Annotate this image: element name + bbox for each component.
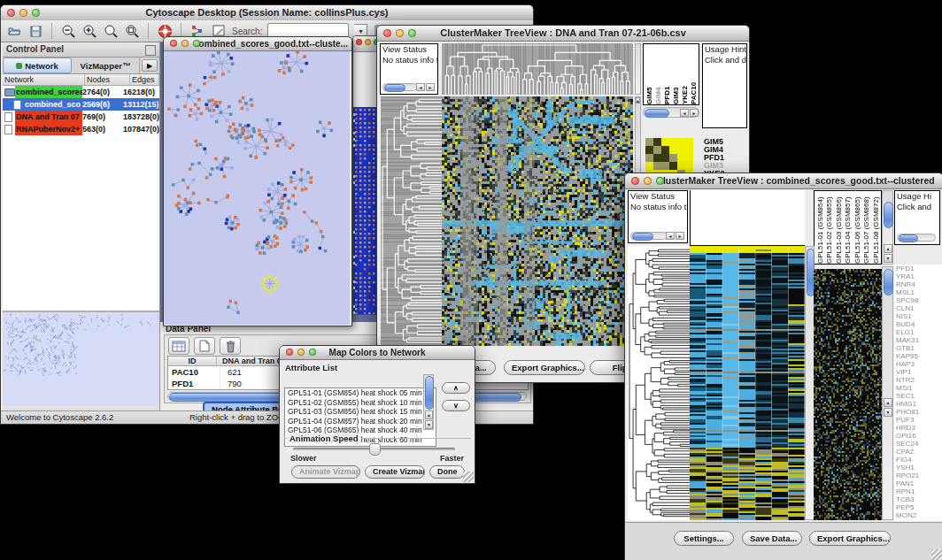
scroll-down-icon[interactable]: ▾ bbox=[884, 408, 892, 417]
tv2-gene-label[interactable]: NIS1 bbox=[896, 312, 942, 320]
tv2-column-label[interactable]: GPL51-01 (GSM854) bbox=[816, 191, 825, 264]
scroll-up-icon[interactable]: ▴ bbox=[884, 244, 892, 253]
done-button[interactable]: Done bbox=[429, 465, 465, 479]
attribute-list-item[interactable]: GPL51-01 (GSM854) heat shock 05 min bbox=[285, 388, 436, 398]
attribute-list-item[interactable]: GPL51-04 (GSM857) heat shock 20 min bbox=[285, 417, 436, 426]
tv1-row-dendrogram[interactable] bbox=[381, 96, 442, 346]
close-icon[interactable] bbox=[383, 29, 391, 37]
minimize-icon[interactable] bbox=[644, 177, 652, 185]
tv2-gene-label[interactable]: CPA2 bbox=[896, 448, 942, 456]
scroll-right-icon[interactable]: ▸ bbox=[676, 232, 684, 240]
tv2-gene-label[interactable]: YRA1 bbox=[896, 272, 942, 280]
tv2-row-dendrogram[interactable] bbox=[628, 246, 690, 520]
tv2-gene-label[interactable]: HAP3 bbox=[896, 360, 942, 368]
tv1-column-label[interactable]: GIM5 bbox=[645, 44, 654, 104]
tv2-gene-label[interactable]: PAN1 bbox=[896, 479, 942, 487]
move-down-button[interactable]: ∨ bbox=[442, 400, 470, 411]
attribute-list-item[interactable]: GPL51-03 (GSM856) heat shock 15 min bbox=[285, 407, 436, 417]
scroll-left-icon[interactable]: ◂ bbox=[416, 83, 425, 91]
float-panel-icon[interactable] bbox=[145, 45, 156, 56]
tv1-column-dendrogram[interactable] bbox=[442, 43, 633, 95]
tv2-gene-label[interactable]: MSI1 bbox=[896, 384, 942, 392]
scroll-left-icon[interactable]: ◂ bbox=[680, 109, 689, 117]
tv2-gene-label[interactable]: FIG4 bbox=[896, 456, 942, 464]
delete-attribute-trash-icon[interactable] bbox=[220, 337, 241, 355]
tv2-gene-label[interactable]: RNR4 bbox=[896, 280, 942, 288]
tv2-gene-label[interactable]: GTB1 bbox=[896, 344, 942, 352]
tv2-gene-label[interactable]: SEC24 bbox=[896, 440, 942, 448]
birdseye-view-canvas[interactable] bbox=[3, 312, 159, 406]
tv2-gene-vscrollbar[interactable]: ▴ ▾ bbox=[882, 266, 893, 520]
close-icon[interactable] bbox=[170, 40, 177, 47]
treeview2-button[interactable]: Export Graphics... bbox=[809, 531, 891, 546]
zoom-in-icon[interactable] bbox=[81, 23, 97, 39]
tv2-column-label[interactable]: GPL51-03 (GSM856) bbox=[835, 191, 844, 264]
tv2-gene-label[interactable]: MSL1 bbox=[896, 288, 942, 296]
attribute-list-scrollbar[interactable]: ▴ ▾ bbox=[423, 374, 434, 430]
tv2-gene-label[interactable]: RPO21 bbox=[896, 472, 942, 479]
scroll-right-icon[interactable]: ▸ bbox=[690, 109, 699, 117]
slider-thumb-icon[interactable] bbox=[369, 443, 381, 456]
tv1-labels-hscrollbar[interactable]: ◂ ▸ bbox=[643, 107, 699, 118]
scroll-down-icon[interactable]: ▾ bbox=[884, 254, 892, 263]
close-icon[interactable] bbox=[7, 9, 15, 17]
tv2-gene-label[interactable]: HMG1 bbox=[896, 400, 942, 408]
tv2-gene-label[interactable]: PHO81 bbox=[896, 408, 942, 416]
close-icon[interactable] bbox=[631, 177, 639, 185]
treeview2-button[interactable]: Settings... bbox=[674, 531, 734, 546]
tv2-gene-label[interactable]: MAK31 bbox=[896, 336, 942, 344]
tv2-gene-label[interactable]: SEC1 bbox=[896, 392, 942, 400]
minimize-icon[interactable] bbox=[19, 9, 27, 17]
scroll-up-icon[interactable]: ▴ bbox=[636, 97, 640, 104]
new-attribute-icon[interactable] bbox=[194, 337, 215, 355]
minimize-icon[interactable] bbox=[365, 39, 371, 45]
scroll-up-icon[interactable]: ▴ bbox=[425, 410, 433, 419]
tv2-column-label[interactable]: GPL51-04 (GSM857) bbox=[844, 191, 853, 264]
tab-overflow-icon[interactable]: ▶ bbox=[142, 59, 158, 72]
tv1-status-scrollbar[interactable] bbox=[382, 83, 418, 91]
network-table-row[interactable]: DNA and Tran 07 769(0) 183728(0) bbox=[3, 111, 159, 123]
resize-grip[interactable] bbox=[931, 549, 942, 560]
zoom-fit-icon[interactable] bbox=[103, 23, 119, 39]
attribute-list-item[interactable]: GPL51-02 (GSM855) heat shock 10 min bbox=[285, 398, 436, 408]
tv1-column-label[interactable]: PFD1 bbox=[663, 44, 672, 104]
attribute-select-icon[interactable] bbox=[168, 337, 189, 355]
tv2-gene-label[interactable]: PEP5 bbox=[896, 503, 942, 511]
animate-vizmap-button[interactable]: Animate Vizmap bbox=[291, 465, 360, 479]
scroll-up-icon[interactable]: ▴ bbox=[884, 398, 892, 407]
zoom-window-icon[interactable] bbox=[193, 40, 200, 47]
treeview1-button[interactable]: Export Graphics... bbox=[504, 360, 585, 375]
birdseye-panel[interactable] bbox=[3, 312, 159, 406]
tv2-gene-label[interactable]: BUD4 bbox=[896, 320, 942, 328]
tv2-status-scrollbar[interactable] bbox=[630, 232, 668, 240]
close-icon[interactable] bbox=[356, 39, 362, 45]
zoom-window-icon[interactable] bbox=[32, 9, 40, 17]
tv2-gene-label[interactable]: MON2 bbox=[896, 511, 942, 519]
zoom-out-icon[interactable] bbox=[60, 23, 76, 39]
tv2-heatmap[interactable] bbox=[690, 246, 805, 520]
treeview2-button[interactable]: Save Data... bbox=[742, 531, 802, 546]
tv2-gene-label[interactable]: TCB3 bbox=[896, 495, 942, 503]
tv1-heatmap[interactable] bbox=[442, 96, 633, 346]
tv2-gene-label[interactable]: CLN1 bbox=[896, 304, 942, 312]
tv2-column-label[interactable]: GPL51-07 (GSM868) bbox=[862, 191, 871, 264]
minimize-icon[interactable] bbox=[297, 349, 305, 356]
tv2-gene-label[interactable]: YSH1 bbox=[896, 464, 942, 472]
resize-grip[interactable] bbox=[463, 472, 474, 482]
zoom-window-icon[interactable] bbox=[309, 349, 316, 356]
scroll-right-icon[interactable]: ▸ bbox=[426, 83, 435, 91]
tv2-column-dendrogram-area[interactable] bbox=[690, 190, 805, 246]
network-table-row[interactable]: RNAPuberNov2+ 563(0) 107847(0) bbox=[3, 123, 159, 135]
network-graph-canvas[interactable] bbox=[164, 51, 350, 325]
tv2-gene-label[interactable]: HRD3 bbox=[896, 424, 942, 432]
tv2-gene-label[interactable]: PFD1 bbox=[896, 265, 942, 272]
tv2-column-label[interactable]: GPL51-08 (GSM872) bbox=[872, 191, 881, 264]
tv1-thin-vscroll-top[interactable] bbox=[635, 43, 641, 95]
tv2-gene-label[interactable]: ELG1 bbox=[896, 328, 942, 336]
tv2-gene-label[interactable]: NTR2 bbox=[896, 376, 942, 384]
scroll-down-icon[interactable]: ▾ bbox=[425, 420, 433, 429]
tab-network[interactable]: Network bbox=[3, 58, 72, 73]
network-table-row[interactable]: combined_sco 2569(6) 13112(15) bbox=[3, 98, 159, 111]
tv2-column-label[interactable]: GPL51-02 (GSM855) bbox=[825, 191, 834, 264]
zoom-window-icon[interactable] bbox=[408, 29, 416, 37]
